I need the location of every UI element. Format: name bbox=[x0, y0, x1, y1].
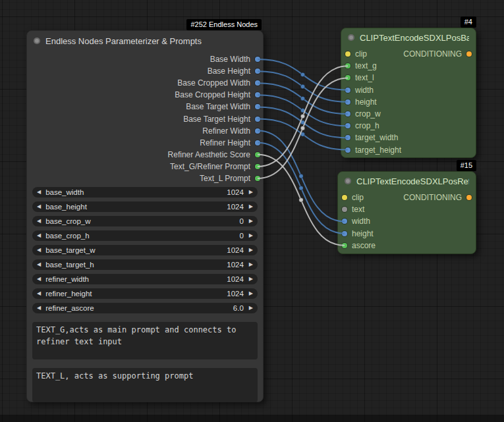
text-widget[interactable]: TEXT_L, acts as supporting prompt bbox=[32, 368, 258, 402]
increment-arrow-icon[interactable]: ▶ bbox=[249, 233, 253, 238]
slot-dot[interactable] bbox=[342, 195, 347, 200]
widget-value[interactable]: 6.0 bbox=[233, 304, 244, 312]
output-slot-conditioning[interactable]: CONDITIONING bbox=[403, 192, 476, 203]
slot-dot[interactable] bbox=[255, 140, 260, 145]
slot-dot[interactable] bbox=[255, 128, 260, 134]
slot-dot[interactable] bbox=[255, 57, 260, 62]
node-endless-parameterizer[interactable]: Endless Nodes Parameterizer & Prompts Ba… bbox=[26, 30, 264, 402]
output-slot[interactable]: Refiner Width bbox=[27, 125, 263, 137]
slot-dot[interactable] bbox=[255, 117, 260, 122]
slot-dot[interactable] bbox=[466, 51, 472, 57]
output-slot[interactable]: Base Width bbox=[27, 53, 263, 65]
decrement-arrow-icon[interactable]: ◀ bbox=[37, 277, 41, 282]
widget-value[interactable]: 1024 bbox=[227, 188, 244, 196]
widget-value[interactable]: 1024 bbox=[227, 261, 244, 269]
input-slot-crop_h[interactable]: crop_h bbox=[341, 120, 476, 132]
input-slot-target_height[interactable]: target_height bbox=[341, 144, 476, 156]
slot-dot[interactable] bbox=[345, 51, 350, 57]
slot-dot[interactable] bbox=[255, 92, 260, 97]
input-slot-height[interactable]: height bbox=[341, 96, 476, 108]
slot-dot[interactable] bbox=[345, 99, 350, 105]
widget-value[interactable]: 1024 bbox=[227, 246, 244, 254]
output-slot-conditioning[interactable]: CONDITIONING bbox=[403, 48, 476, 60]
widget-base_crop_w[interactable]: ◀base_crop_w0▶ bbox=[32, 216, 258, 226]
decrement-arrow-icon[interactable]: ◀ bbox=[37, 305, 41, 311]
decrement-arrow-icon[interactable]: ◀ bbox=[37, 291, 41, 296]
decrement-arrow-icon[interactable]: ◀ bbox=[37, 219, 41, 224]
increment-arrow-icon[interactable]: ▶ bbox=[249, 305, 253, 311]
slot-dot[interactable] bbox=[345, 147, 350, 153]
input-slot-ascore[interactable]: ascore bbox=[338, 240, 476, 251]
output-slot[interactable]: Text_L Prompt bbox=[27, 172, 263, 184]
widget-refiner_ascore[interactable]: ◀refiner_ascore6.0▶ bbox=[32, 303, 258, 313]
input-slot-height[interactable]: height bbox=[338, 228, 476, 240]
input-slot-crop_w[interactable]: crop_w bbox=[341, 108, 476, 120]
increment-arrow-icon[interactable]: ▶ bbox=[249, 190, 253, 195]
widget-refiner_height[interactable]: ◀refiner_height1024▶ bbox=[32, 288, 258, 299]
slot-dot[interactable] bbox=[345, 111, 350, 117]
output-slot[interactable]: Base Target Width bbox=[27, 101, 263, 113]
widget-base_height[interactable]: ◀base_height1024▶ bbox=[32, 201, 258, 212]
text-widget[interactable]: TEXT_G,acts as main prompt and connects … bbox=[32, 322, 258, 359]
widget-value[interactable]: 1024 bbox=[227, 203, 244, 211]
decrement-arrow-icon[interactable]: ◀ bbox=[37, 190, 41, 195]
decrement-arrow-icon[interactable]: ◀ bbox=[37, 248, 41, 253]
collapse-dot[interactable] bbox=[345, 178, 351, 184]
node-clip-encode-refiner[interactable]: CLIPTextEncodeSDXLPosRefiner CONDITIONIN… bbox=[337, 171, 476, 254]
slot-dot[interactable] bbox=[345, 135, 350, 140]
output-slot[interactable]: Refiner Height bbox=[27, 137, 263, 149]
widget-base_crop_h[interactable]: ◀base_crop_h0▶ bbox=[32, 230, 258, 241]
node-clip-encode-base[interactable]: CLIPTextEncodeSDXLPosBase CONDITIONING c… bbox=[341, 28, 476, 158]
widget-refiner_width[interactable]: ◀refiner_width1024▶ bbox=[32, 274, 258, 284]
decrement-arrow-icon[interactable]: ◀ bbox=[37, 204, 41, 209]
refiner-node-header[interactable]: CLIPTextEncodeSDXLPosRefiner bbox=[338, 172, 476, 190]
output-slot[interactable]: Text_G/Refiner Prompt bbox=[27, 161, 263, 172]
slot-dot[interactable] bbox=[342, 231, 347, 236]
param-node-header[interactable]: Endless Nodes Parameterizer & Prompts bbox=[27, 31, 263, 51]
collapse-dot[interactable] bbox=[34, 38, 40, 44]
input-slot-text[interactable]: text bbox=[338, 203, 476, 215]
input-slot-width[interactable]: width bbox=[338, 215, 476, 227]
widget-value[interactable]: 0 bbox=[239, 217, 243, 225]
slot-dot[interactable] bbox=[345, 63, 350, 68]
increment-arrow-icon[interactable]: ▶ bbox=[249, 262, 253, 267]
decrement-arrow-icon[interactable]: ◀ bbox=[37, 262, 41, 267]
widget-value[interactable]: 1024 bbox=[227, 275, 244, 283]
output-slot[interactable]: Base Cropped Height bbox=[27, 89, 263, 101]
slot-dot[interactable] bbox=[255, 164, 260, 169]
slot-dot[interactable] bbox=[255, 176, 260, 181]
input-slot-text_g[interactable]: text_g bbox=[341, 60, 476, 72]
increment-arrow-icon[interactable]: ▶ bbox=[249, 291, 253, 296]
increment-arrow-icon[interactable]: ▶ bbox=[249, 248, 253, 253]
slot-dot[interactable] bbox=[342, 219, 347, 224]
increment-arrow-icon[interactable]: ▶ bbox=[249, 204, 253, 209]
output-slot[interactable]: Base Cropped Width bbox=[27, 77, 263, 89]
slot-dot[interactable] bbox=[466, 195, 472, 200]
slot-dot[interactable] bbox=[342, 243, 347, 248]
node-graph-canvas[interactable]: Endless Nodes Parameterizer & Prompts Ba… bbox=[0, 0, 504, 422]
slot-dot[interactable] bbox=[255, 80, 260, 86]
slot-dot[interactable] bbox=[255, 68, 260, 74]
output-slot[interactable]: Base Target Height bbox=[27, 113, 263, 124]
widget-value[interactable]: 1024 bbox=[227, 290, 244, 298]
collapse-dot[interactable] bbox=[348, 34, 354, 41]
input-slot-target_width[interactable]: target_width bbox=[341, 132, 476, 144]
increment-arrow-icon[interactable]: ▶ bbox=[249, 219, 253, 224]
slot-dot[interactable] bbox=[342, 207, 347, 212]
slot-dot[interactable] bbox=[255, 104, 260, 109]
output-slot[interactable]: Refiner Aesthetic Score bbox=[27, 149, 263, 161]
widget-base_target_w[interactable]: ◀base_target_w1024▶ bbox=[32, 245, 258, 255]
widget-base_target_h[interactable]: ◀base_target_h1024▶ bbox=[32, 259, 258, 270]
base-node-header[interactable]: CLIPTextEncodeSDXLPosBase bbox=[341, 28, 476, 47]
input-slot-text_l[interactable]: text_l bbox=[341, 72, 476, 84]
increment-arrow-icon[interactable]: ▶ bbox=[249, 277, 253, 282]
widget-base_width[interactable]: ◀base_width1024▶ bbox=[32, 187, 258, 198]
slot-dot[interactable] bbox=[345, 75, 350, 80]
slot-dot[interactable] bbox=[345, 123, 350, 128]
slot-dot[interactable] bbox=[255, 152, 260, 157]
input-slot-width[interactable]: width bbox=[341, 84, 476, 96]
decrement-arrow-icon[interactable]: ◀ bbox=[37, 233, 41, 238]
output-slot[interactable]: Base Height bbox=[27, 65, 263, 77]
widget-value[interactable]: 0 bbox=[239, 232, 243, 240]
slot-dot[interactable] bbox=[345, 88, 350, 93]
